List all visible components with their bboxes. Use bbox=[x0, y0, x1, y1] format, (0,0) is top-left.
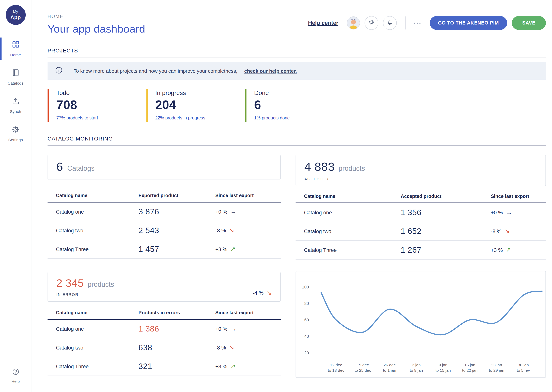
svg-text:2 janto 8 jan: 2 janto 8 jan bbox=[410, 363, 423, 372]
info-banner: To know more about projects and how you … bbox=[48, 62, 546, 80]
col-header-accepted-product: Accepted product bbox=[401, 194, 491, 199]
sidebar-item-synch[interactable]: Synch bbox=[0, 93, 31, 118]
svg-text:23 janto 29 jan: 23 janto 29 jan bbox=[489, 363, 504, 372]
trend-arrow-icon: ↗ bbox=[230, 363, 236, 369]
table-row: Catalog one 3 876 +0 %→ bbox=[48, 203, 281, 221]
sidebar-item-label: Catalogs bbox=[8, 81, 24, 85]
error-products-table: Catalog name Products in errors Since la… bbox=[48, 307, 281, 376]
error-count-label: products bbox=[87, 280, 114, 289]
monitoring-left-column: 6 Catalogs Catalog name Exported product… bbox=[48, 155, 281, 376]
projects-section: PROJECTS To know more about projects and… bbox=[48, 48, 546, 122]
sidebar-help-label: Help bbox=[11, 379, 20, 384]
stat-link-in-progress[interactable]: 22% products in progress bbox=[155, 116, 205, 120]
product-count-cell: 2 543 bbox=[138, 226, 215, 235]
svg-text:19 decto 25 dec: 19 decto 25 dec bbox=[355, 363, 371, 372]
monitoring-right-column: 4 883 products ACCEPTED Catalog name Acc… bbox=[296, 155, 546, 378]
catalog-name-cell: Catalog one bbox=[48, 209, 138, 215]
save-button[interactable]: SAVE bbox=[512, 16, 546, 30]
trend-cell: +3 %↗ bbox=[215, 363, 280, 369]
product-count-cell: 1 267 bbox=[401, 245, 491, 255]
catalog-name-cell: Catalog one bbox=[296, 210, 401, 215]
svg-text:26 decto 1 jan: 26 decto 1 jan bbox=[383, 363, 396, 372]
notifications-button[interactable] bbox=[383, 16, 397, 30]
trend-cell: +3 %↗ bbox=[215, 246, 280, 252]
accepted-card-sublabel: ACCEPTED bbox=[304, 177, 537, 181]
table-row: Catalog Three 1 267 +3 %↗ bbox=[296, 241, 546, 259]
grid-icon bbox=[11, 40, 20, 50]
catalog-name-cell: Catalog two bbox=[296, 228, 401, 234]
svg-text:30 janto 5 fev: 30 janto 5 fev bbox=[517, 363, 530, 372]
catalogs-count-card: 6 Catalogs bbox=[48, 155, 281, 180]
avatar-illustration bbox=[347, 17, 359, 29]
error-card-sublabel: IN ERROR bbox=[56, 293, 272, 297]
sidebar-item-help[interactable]: Help bbox=[0, 368, 31, 384]
breadcrumb: HOME bbox=[48, 14, 145, 19]
svg-text:12 decto 18 dec: 12 decto 18 dec bbox=[328, 363, 344, 372]
app-logo-line2: App bbox=[10, 14, 21, 20]
app-logo-line1: My bbox=[13, 10, 18, 14]
trend-cell: +0 %→ bbox=[215, 326, 280, 332]
help-center-link[interactable]: Help center bbox=[308, 20, 338, 26]
col-header-since-last-export: Since last export bbox=[215, 193, 280, 198]
trend-cell: +3 %↗ bbox=[491, 247, 546, 253]
stat-link-done[interactable]: 1% products done bbox=[254, 116, 290, 120]
stat-label: Done bbox=[254, 90, 344, 97]
topbar: HOME Your app dashboard Help center bbox=[48, 14, 546, 35]
upload-icon bbox=[11, 97, 20, 107]
sidebar-item-label: Home bbox=[10, 52, 21, 57]
sidebar-item-label: Settings bbox=[8, 137, 23, 142]
page-title: Your app dashboard bbox=[48, 23, 145, 35]
bell-icon bbox=[386, 19, 393, 27]
product-count-cell: 1 356 bbox=[401, 208, 491, 217]
col-header-exported-product: Exported product bbox=[138, 193, 215, 198]
banner-divider bbox=[68, 67, 68, 74]
page-heading: HOME Your app dashboard bbox=[48, 14, 145, 35]
projects-section-title: PROJECTS bbox=[48, 48, 546, 57]
table-row: Catalog two 2 543 -8 %↘ bbox=[48, 221, 281, 240]
sidebar-item-catalogs[interactable]: Catalogs bbox=[0, 65, 31, 89]
svg-text:9 janto 15 jan: 9 janto 15 jan bbox=[436, 363, 451, 372]
trend-arrow-icon: ↘ bbox=[504, 228, 510, 234]
catalog-name-cell: Catalog Three bbox=[48, 364, 138, 369]
more-options-icon[interactable] bbox=[414, 22, 420, 24]
error-count-value: 2 345 bbox=[56, 277, 84, 289]
trend-arrow-icon: ↗ bbox=[506, 247, 511, 253]
help-icon bbox=[12, 368, 19, 377]
trend-cell: +0 %→ bbox=[491, 210, 546, 216]
sidebar-item-settings[interactable]: Settings bbox=[0, 121, 31, 146]
error-products-card: 2 345 products IN ERROR -4 % ↘ bbox=[48, 272, 281, 302]
stat-in-progress: In progress 204 22% products in progress bbox=[146, 89, 245, 122]
stat-todo: Todo 708 77% products to start bbox=[48, 89, 146, 122]
col-header-products-in-errors: Products in errors bbox=[138, 310, 215, 315]
col-header-catalog-name: Catalog name bbox=[296, 194, 401, 199]
stat-value: 204 bbox=[155, 98, 245, 112]
accepted-products-card: 4 883 products ACCEPTED bbox=[296, 155, 546, 186]
banner-help-link[interactable]: check our help center. bbox=[244, 68, 297, 74]
header-controls: Help center bbox=[308, 16, 546, 30]
sidebar-item-home[interactable]: Home bbox=[0, 36, 31, 61]
stat-label: Todo bbox=[56, 90, 146, 97]
catalogs-count-value: 6 bbox=[56, 160, 63, 174]
table-row: Catalog two 638 -8 %↘ bbox=[48, 338, 281, 357]
app-logo[interactable]: My App bbox=[6, 5, 25, 25]
error-card-trend: -4 % ↘ bbox=[253, 290, 272, 296]
trend-arrow-icon: ↘ bbox=[229, 344, 234, 351]
accepted-count-label: products bbox=[339, 165, 365, 173]
catalog-monitoring-section: CATALOG MONITORING 6 Catalogs Catalog na… bbox=[48, 135, 546, 378]
megaphone-icon bbox=[368, 19, 375, 27]
svg-text:20: 20 bbox=[304, 350, 309, 355]
announcements-button[interactable] bbox=[364, 16, 378, 30]
product-count-cell: 1 457 bbox=[138, 245, 215, 254]
go-to-pim-button[interactable]: GO TO THE AKENEO PIM bbox=[429, 16, 507, 30]
col-header-since-last-export: Since last export bbox=[491, 194, 546, 199]
app-root: My App Home Catalogs Synch bbox=[0, 0, 552, 392]
trend-arrow-icon: ↘ bbox=[267, 290, 272, 296]
trend-cell: -8 %↘ bbox=[215, 227, 280, 233]
col-header-catalog-name: Catalog name bbox=[48, 310, 138, 315]
stat-link-todo[interactable]: 77% products to start bbox=[56, 116, 98, 120]
trend-arrow-icon: ↘ bbox=[229, 227, 234, 233]
catalogs-count-label: Catalogs bbox=[67, 165, 94, 173]
sidebar-item-label: Synch bbox=[10, 109, 21, 114]
trend-arrow-icon: → bbox=[506, 210, 512, 216]
user-avatar[interactable] bbox=[347, 16, 360, 29]
